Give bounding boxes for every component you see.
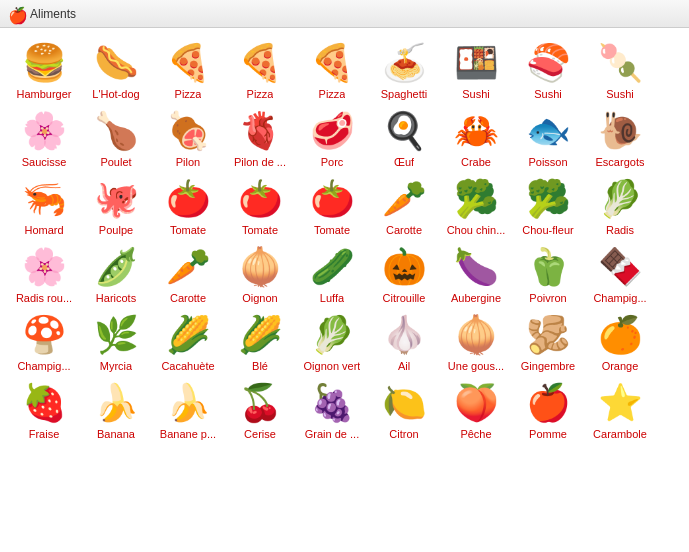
list-item[interactable]: 🍖Pilon [152, 104, 224, 172]
list-item[interactable]: 🧄Ail [368, 308, 440, 376]
food-icon: 🍑 [454, 380, 499, 426]
food-icon: 🍇 [310, 380, 355, 426]
list-item[interactable]: 🍓Fraise [8, 376, 80, 444]
food-icon: 🫚 [526, 312, 571, 358]
food-label: Sushi [462, 88, 490, 100]
list-item[interactable]: 🥬Radis [584, 172, 656, 240]
list-item[interactable]: ⭐Carambole [584, 376, 656, 444]
list-item[interactable]: 🍑Pêche [440, 376, 512, 444]
food-label: Blé [252, 360, 268, 372]
food-icon: 🍕 [238, 40, 283, 86]
list-item[interactable]: 🍆Aubergine [440, 240, 512, 308]
list-item[interactable]: 🥒Luffa [296, 240, 368, 308]
list-item[interactable]: 🥕Carotte [368, 172, 440, 240]
list-item[interactable]: 🍒Cerise [224, 376, 296, 444]
food-icon: 🦀 [454, 108, 499, 154]
food-label: Citron [389, 428, 418, 440]
food-label: Pizza [319, 88, 346, 100]
list-item[interactable]: 🐌Escargots [584, 104, 656, 172]
list-item[interactable]: 🍣Sushi [512, 36, 584, 104]
list-item[interactable]: 🦐Homard [8, 172, 80, 240]
food-icon: 🍝 [382, 40, 427, 86]
list-item[interactable]: 🍋Citron [368, 376, 440, 444]
list-item[interactable]: 🧅Une gous... [440, 308, 512, 376]
list-item[interactable]: 🌭L'Hot-dog [80, 36, 152, 104]
food-label: Carotte [170, 292, 206, 304]
food-label: Cacahuète [161, 360, 214, 372]
food-icon: 🍅 [238, 176, 283, 222]
food-icon: 🧅 [454, 312, 499, 358]
food-label: Poulet [100, 156, 131, 168]
list-item[interactable]: 🐟Poisson [512, 104, 584, 172]
food-icon: 🫀 [238, 108, 283, 154]
list-item[interactable]: 🌿Myrcia [80, 308, 152, 376]
food-icon: 🍣 [526, 40, 571, 86]
food-icon: 🍡 [598, 40, 643, 86]
list-item[interactable]: 🍅Tomate [224, 172, 296, 240]
food-grid: 🍔Hamburger🌭L'Hot-dog🍕Pizza🍕Pizza🍕Pizza🍝S… [8, 36, 681, 444]
list-item[interactable]: 🥦Chou chin... [440, 172, 512, 240]
list-item[interactable]: 🫀Pilon de ... [224, 104, 296, 172]
food-icon: 🥬 [598, 176, 643, 222]
list-item[interactable]: 🎃Citrouille [368, 240, 440, 308]
food-icon: 🍌 [166, 380, 211, 426]
food-label: Pizza [175, 88, 202, 100]
list-item[interactable]: 🍳Œuf [368, 104, 440, 172]
list-item[interactable]: 🌸Saucisse [8, 104, 80, 172]
food-icon: 🫛 [94, 244, 139, 290]
food-label: Escargots [596, 156, 645, 168]
list-item[interactable]: 🍡Sushi [584, 36, 656, 104]
food-icon: ⭐ [598, 380, 643, 426]
list-item[interactable]: 🍊Orange [584, 308, 656, 376]
list-item[interactable]: 🍕Pizza [296, 36, 368, 104]
food-label: Hamburger [16, 88, 71, 100]
food-icon: 🍄 [22, 312, 67, 358]
list-item[interactable]: 🐙Poulpe [80, 172, 152, 240]
list-item[interactable]: 🫚Gingembre [512, 308, 584, 376]
food-label: Œuf [394, 156, 414, 168]
food-icon: 🐙 [94, 176, 139, 222]
list-item[interactable]: 🍎Pomme [512, 376, 584, 444]
food-label: Oignon [242, 292, 277, 304]
list-item[interactable]: 🍇Grain de ... [296, 376, 368, 444]
list-item[interactable]: 🥕Carotte [152, 240, 224, 308]
list-item[interactable]: 🫛Haricots [80, 240, 152, 308]
app-title: Aliments [30, 7, 76, 21]
food-icon: 🥒 [310, 244, 355, 290]
list-item[interactable]: 🍔Hamburger [8, 36, 80, 104]
list-item[interactable]: 🌽Cacahuète [152, 308, 224, 376]
food-icon: 🍅 [166, 176, 211, 222]
food-icon: 🍆 [454, 244, 499, 290]
list-item[interactable]: 🦀Crabe [440, 104, 512, 172]
list-item[interactable]: 🍗Poulet [80, 104, 152, 172]
list-item[interactable]: 🍌Banane p... [152, 376, 224, 444]
food-icon: 🍓 [22, 380, 67, 426]
food-icon: 🍗 [94, 108, 139, 154]
list-item[interactable]: 🌸Radis rou... [8, 240, 80, 308]
food-label: Carambole [593, 428, 647, 440]
food-icon: 🍊 [598, 312, 643, 358]
list-item[interactable]: 🧅Oignon [224, 240, 296, 308]
list-item[interactable]: 🥬Oignon vert [296, 308, 368, 376]
list-item[interactable]: 🍅Tomate [296, 172, 368, 240]
list-item[interactable]: 🍕Pizza [224, 36, 296, 104]
list-item[interactable]: 🍝Spaghetti [368, 36, 440, 104]
list-item[interactable]: 🍌Banana [80, 376, 152, 444]
list-item[interactable]: 🍕Pizza [152, 36, 224, 104]
food-icon: 🍕 [166, 40, 211, 86]
list-item[interactable]: 🌽Blé [224, 308, 296, 376]
list-item[interactable]: 🫑Poivron [512, 240, 584, 308]
food-label: Banana [97, 428, 135, 440]
list-item[interactable]: 🍄Champig... [8, 308, 80, 376]
list-item[interactable]: 🥩Porc [296, 104, 368, 172]
food-icon: 🍕 [310, 40, 355, 86]
list-item[interactable]: 🍱Sushi [440, 36, 512, 104]
food-icon: 🥩 [310, 108, 355, 154]
list-item[interactable]: 🍅Tomate [152, 172, 224, 240]
food-icon: 🍫 [598, 244, 643, 290]
food-label: Crabe [461, 156, 491, 168]
list-item[interactable]: 🍫Champig... [584, 240, 656, 308]
food-icon: 🥕 [382, 176, 427, 222]
list-item[interactable]: 🥦Chou-fleur [512, 172, 584, 240]
food-label: Aubergine [451, 292, 501, 304]
